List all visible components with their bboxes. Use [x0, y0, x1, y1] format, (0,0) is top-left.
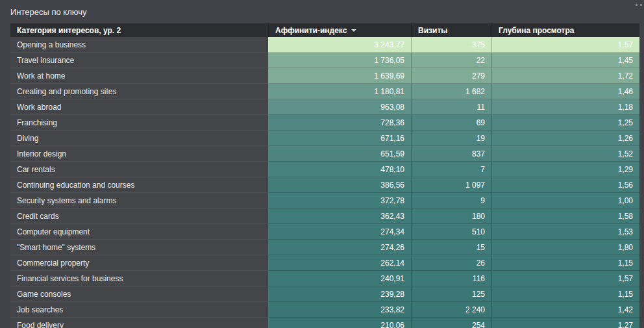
depth-cell: 1,18	[491, 99, 639, 115]
column-header-affinity[interactable]: Аффинити-индекс	[268, 23, 411, 37]
depth-cell: 1,52	[491, 146, 639, 162]
category-cell[interactable]: Travel insurance	[10, 53, 268, 68]
depth-cell: 1,56	[491, 177, 639, 193]
table-row[interactable]: Diving 671,16 19 1,26	[10, 131, 639, 146]
affinity-cell: 1 639,69	[268, 68, 411, 84]
depth-cell: 1,00	[491, 193, 639, 208]
visits-cell: 125	[411, 286, 491, 302]
category-cell[interactable]: Continuing education and courses	[10, 177, 268, 193]
visits-cell: 9	[411, 193, 491, 208]
affinity-cell: 240,91	[268, 271, 411, 286]
visits-cell: 19	[411, 131, 491, 146]
depth-cell: 1,58	[491, 208, 639, 224]
table-row[interactable]: "Smart home" systems 274,26 15 1,80	[10, 240, 639, 255]
category-cell[interactable]: "Smart home" systems	[10, 240, 268, 255]
category-cell[interactable]: Interior design	[10, 146, 268, 162]
affinity-cell: 362,43	[268, 208, 411, 224]
visits-cell: 11	[411, 99, 491, 115]
table-row[interactable]: Opening a business 3 243,77 375 1,57	[10, 37, 639, 53]
column-header-visits[interactable]: Визиты	[411, 23, 491, 37]
depth-cell: 1,45	[491, 53, 639, 68]
category-cell[interactable]: Game consoles	[10, 286, 268, 302]
depth-cell: 1,26	[491, 131, 639, 146]
category-cell[interactable]: Car rentals	[10, 162, 268, 177]
table-row[interactable]: Food delivery 210,06 254 1,27	[10, 318, 639, 328]
affinity-cell: 478,10	[268, 162, 411, 177]
visits-cell: 7	[411, 162, 491, 177]
visits-cell: 69	[411, 115, 491, 131]
table-row[interactable]: Game consoles 239,28 125 1,15	[10, 286, 639, 302]
affinity-cell: 262,14	[268, 255, 411, 271]
sort-desc-icon	[351, 29, 356, 32]
category-cell[interactable]: Work at home	[10, 68, 268, 84]
depth-cell: 1,57	[491, 271, 639, 286]
column-header-depth[interactable]: Глубина просмотра	[491, 23, 639, 37]
depth-cell: 1,72	[491, 68, 639, 84]
depth-cell: 1,29	[491, 162, 639, 177]
category-cell[interactable]: Diving	[10, 131, 268, 146]
visits-cell: 375	[411, 37, 491, 53]
visits-cell: 26	[411, 255, 491, 271]
column-header-category[interactable]: Категория интересов, ур. 2	[10, 23, 268, 37]
table-row[interactable]: Travel insurance 1 736,05 22 1,45	[10, 53, 639, 68]
visits-cell: 837	[411, 146, 491, 162]
category-cell[interactable]: Food delivery	[10, 318, 268, 328]
table-row[interactable]: Continuing education and courses 386,56 …	[10, 177, 639, 193]
table-row[interactable]: Interior design 651,59 837 1,52	[10, 146, 639, 162]
interests-widget: Интересы по ключу Категория интересов, у…	[0, 0, 644, 328]
category-cell[interactable]: Credit cards	[10, 208, 268, 224]
category-cell[interactable]: Computer equipment	[10, 224, 268, 240]
depth-cell: 1,80	[491, 240, 639, 255]
table-row[interactable]: Computer equipment 274,34 510 1,53	[10, 224, 639, 240]
affinity-cell: 1 736,05	[268, 53, 411, 68]
widget-header: Интересы по ключу	[0, 0, 644, 23]
depth-cell: 1,25	[491, 115, 639, 131]
category-cell[interactable]: Creating and promoting sites	[10, 84, 268, 99]
table-header-row: Категория интересов, ур. 2 Аффинити-инде…	[10, 23, 639, 37]
table-row[interactable]: Work at home 1 639,69 279 1,72	[10, 68, 639, 84]
depth-cell: 1,15	[491, 286, 639, 302]
table-row[interactable]: Creating and promoting sites 1 180,81 1 …	[10, 84, 639, 99]
visits-cell: 22	[411, 53, 491, 68]
category-cell[interactable]: Commercial property	[10, 255, 268, 271]
affinity-cell: 239,28	[268, 286, 411, 302]
table-row[interactable]: Security systems and alarms 372,78 9 1,0…	[10, 193, 639, 208]
table-row[interactable]: Car rentals 478,10 7 1,29	[10, 162, 639, 177]
table-row[interactable]: Franchising 728,36 69 1,25	[10, 115, 639, 131]
category-cell[interactable]: Security systems and alarms	[10, 193, 268, 208]
table-row[interactable]: Credit cards 362,43 180 1,58	[10, 208, 639, 224]
affinity-cell: 963,08	[268, 99, 411, 115]
category-cell[interactable]: Franchising	[10, 115, 268, 131]
column-header-affinity-label: Аффинити-индекс	[275, 26, 347, 35]
visits-cell: 1 682	[411, 84, 491, 99]
category-cell[interactable]: Work abroad	[10, 99, 268, 115]
visits-cell: 1 097	[411, 177, 491, 193]
depth-cell: 1,57	[491, 37, 639, 53]
category-cell[interactable]: Job searches	[10, 302, 268, 318]
table-row[interactable]: Job searches 233,82 2 240 1,42	[10, 302, 639, 318]
depth-cell: 1,53	[491, 224, 639, 240]
table-row[interactable]: Commercial property 262,14 26 1,15	[10, 255, 639, 271]
table-row[interactable]: Financial services for business 240,91 1…	[10, 271, 639, 286]
visits-cell: 279	[411, 68, 491, 84]
column-header-visits-label: Визиты	[418, 26, 448, 35]
visits-cell: 254	[411, 318, 491, 328]
drag-handle-icon[interactable]	[636, 4, 642, 6]
category-cell[interactable]: Financial services for business	[10, 271, 268, 286]
affinity-cell: 274,34	[268, 224, 411, 240]
affinity-cell: 1 180,81	[268, 84, 411, 99]
category-cell[interactable]: Opening a business	[10, 37, 268, 53]
visits-cell: 15	[411, 240, 491, 255]
affinity-cell: 671,16	[268, 131, 411, 146]
table-row[interactable]: Work abroad 963,08 11 1,18	[10, 99, 639, 115]
table-body: Opening a business 3 243,77 375 1,57 Tra…	[10, 37, 639, 328]
interests-table: Категория интересов, ур. 2 Аффинити-инде…	[10, 23, 639, 328]
column-header-depth-label: Глубина просмотра	[499, 26, 574, 35]
widget-title: Интересы по ключу	[10, 7, 87, 17]
affinity-cell: 372,78	[268, 193, 411, 208]
depth-cell: 1,42	[491, 302, 639, 318]
depth-cell: 1,46	[491, 84, 639, 99]
depth-cell: 1,15	[491, 255, 639, 271]
affinity-cell: 274,26	[268, 240, 411, 255]
affinity-cell: 728,36	[268, 115, 411, 131]
